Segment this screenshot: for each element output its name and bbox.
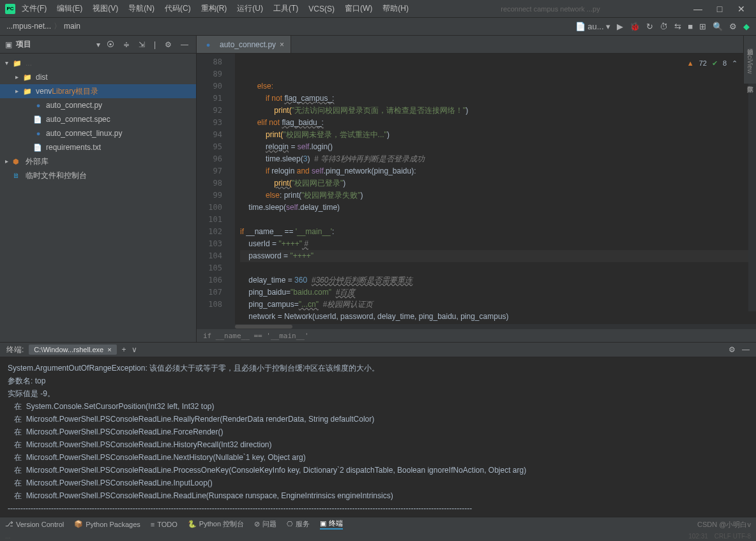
menu-code[interactable]: 代码(C) (161, 2, 195, 15)
menu-view[interactable]: 视图(V) (89, 2, 122, 15)
breadcrumb[interactable]: ...mpus-net...〉main (6, 21, 80, 32)
tree-scratch[interactable]: 🗎临时文件和控制台 (0, 168, 196, 182)
status-encoding[interactable]: CRLF UTF-8 (714, 533, 751, 540)
menu-vcs[interactable]: VCS(S) (305, 3, 338, 15)
menu-file[interactable]: 文件(F) (18, 2, 50, 15)
line-gutter: 8889909192939495969798991001011021031041… (197, 54, 227, 324)
terminal-add[interactable]: + (122, 345, 126, 354)
sb-problems[interactable]: ⊘ 问题 (254, 519, 276, 529)
sb-services[interactable]: ⎔ 服务 (287, 519, 310, 529)
sb-pyconsole[interactable]: 🐍 Python 控制台 (188, 519, 244, 529)
search-icon[interactable]: 🔍 (713, 22, 723, 31)
python-icon: ● (203, 41, 213, 48)
divider: | (151, 40, 158, 49)
locate-icon[interactable]: ⦿ (104, 40, 117, 49)
side-database[interactable]: 数据库 (746, 78, 755, 84)
project-pane: ▣ 项目 ▾ ⦿ ≑ ⇲ | ⚙ — ▾📁... ▸📁dist ▸📁venv L… (0, 36, 197, 342)
expand-icon[interactable]: ≑ (121, 40, 132, 49)
editor-breadcrumb[interactable]: if __name__ == '__main__' (197, 329, 756, 342)
terminal-label: 终端: (6, 345, 24, 355)
project-tree[interactable]: ▾📁... ▸📁dist ▸📁venv Library根目录 ●auto_con… (0, 54, 196, 185)
watermark: CSDN @小明白v (697, 520, 751, 530)
project-header: ▣ 项目 ▾ ⦿ ≑ ⇲ | ⚙ — (0, 36, 196, 54)
tree-file-py2[interactable]: ●auto_connect_linux.py (0, 126, 196, 140)
concurrency-button[interactable]: ⇆ (674, 22, 681, 31)
pycharm-logo: PC (5, 4, 15, 14)
close-button[interactable]: ✕ (732, 4, 751, 14)
terminal-body[interactable]: System.ArgumentOutOfRangeException: 该值必须… (0, 357, 756, 515)
status-bar: ... 102:31CRLF UTF-8 (0, 531, 756, 541)
tree-external[interactable]: ▸⬢外部库 (0, 154, 196, 168)
debug-button[interactable]: 🐞 (630, 22, 640, 31)
profile-button[interactable]: ⏱ (660, 22, 668, 31)
minimize-button[interactable]: — (688, 4, 707, 14)
project-dropdown-icon[interactable]: ▾ (96, 40, 100, 49)
tree-venv[interactable]: ▸📁venv Library根目录 (0, 84, 196, 98)
side-sciview[interactable]: SciView (746, 48, 753, 76)
editor-pane: ● auto_connect.py × 88899091929394959697… (197, 36, 756, 342)
crumb-1: ...mpus-net... (6, 22, 51, 31)
terminal-hide-icon[interactable]: — (742, 345, 750, 354)
menu-window[interactable]: 窗口(W) (341, 2, 376, 15)
main-split: ▣ 项目 ▾ ⦿ ≑ ⇲ | ⚙ — ▾📁... ▸📁dist ▸📁venv L… (0, 36, 756, 342)
right-side-toolbar: 通知 SciView 数据库 (743, 36, 756, 84)
terminal-dropdown[interactable]: ∨ (132, 345, 137, 354)
status-hint: ... (5, 533, 10, 540)
terminal-header: 终端: C:\Window...rshell.exe× + ∨ ⚙ — (0, 342, 756, 357)
sb-packages[interactable]: 📦 Python Packages (74, 520, 140, 528)
sb-todo[interactable]: ≡ TODO (151, 521, 178, 528)
menu-nav[interactable]: 导航(N) (125, 2, 158, 15)
editor-tabs: ● auto_connect.py × (197, 36, 756, 54)
error-stripe[interactable] (748, 71, 756, 311)
tree-dist[interactable]: ▸📁dist (0, 70, 196, 84)
project-label[interactable]: 项目 (16, 39, 93, 50)
term-tab-close[interactable]: × (107, 346, 111, 353)
close-tab-icon[interactable]: × (280, 40, 284, 49)
sb-vcs[interactable]: ⎇ Version Control (5, 520, 64, 528)
nav-bar: ...mpus-net...〉main 📄 au... ▾ ▶ 🐞 ↻ ⏱ ⇆ … (0, 18, 756, 36)
coverage-button[interactable]: ↻ (646, 22, 653, 31)
tree-file-spec[interactable]: 📄auto_connect.spec (0, 112, 196, 126)
code-body[interactable]: ▲72 ✔8 ⌃ ⋮ else: if not flag_campus_: pr… (235, 54, 756, 324)
tree-root[interactable]: ▾📁... (0, 56, 196, 70)
update-button[interactable]: ⊞ (699, 22, 706, 31)
terminal-gear-icon[interactable]: ⚙ (729, 345, 736, 354)
maximize-button[interactable]: □ (710, 4, 729, 14)
window-title: reconnect campus network ...py (415, 5, 686, 13)
titlebar: PC 文件(F) 编辑(E) 视图(V) 导航(N) 代码(C) 重构(R) 运… (0, 0, 756, 18)
editor-tab-auto-connect[interactable]: ● auto_connect.py × (197, 36, 291, 53)
gear-icon[interactable]: ⚙ (162, 40, 174, 49)
tool-buttons-bar: ⎇ Version Control 📦 Python Packages ≡ TO… (0, 517, 756, 531)
folder-icon: ▣ (5, 40, 12, 49)
fold-gutter[interactable] (227, 54, 235, 324)
warn-count: 72 (699, 57, 707, 70)
menu-edit[interactable]: 编辑(E) (53, 2, 86, 15)
run-config-select[interactable]: 📄 au... ▾ (575, 22, 611, 31)
terminal-tab[interactable]: C:\Window...rshell.exe× (29, 345, 116, 355)
run-button[interactable]: ▶ (617, 22, 623, 31)
tree-file-py1[interactable]: ●auto_connect.py (0, 98, 196, 112)
menu-help[interactable]: 帮助(H) (379, 2, 412, 15)
menu-refactor[interactable]: 重构(R) (197, 2, 231, 15)
status-position[interactable]: 102:31 (688, 533, 708, 540)
inspection-widget[interactable]: ▲72 ✔8 ⌃ ⋮ (684, 56, 752, 71)
menu-tools[interactable]: 工具(T) (269, 2, 302, 15)
side-notifications[interactable]: 通知 (746, 41, 755, 46)
stop-button[interactable]: ■ (688, 22, 693, 31)
hide-icon[interactable]: — (178, 40, 191, 49)
code-with-me-icon[interactable]: ◆ (743, 22, 750, 31)
settings-icon[interactable]: ⚙ (729, 22, 737, 31)
crumb-2: main (64, 22, 80, 31)
collapse-icon[interactable]: ⇲ (136, 40, 147, 49)
tree-file-req[interactable]: 📄requirements.txt (0, 140, 196, 154)
code-area[interactable]: 8889909192939495969798991001011021031041… (197, 54, 756, 324)
tab-label: auto_connect.py (220, 40, 276, 49)
ok-count: 8 (723, 57, 727, 70)
editor-hscroll[interactable] (197, 324, 756, 329)
menu-run[interactable]: 运行(U) (233, 2, 267, 15)
sb-terminal[interactable]: ▣ 终端 (320, 519, 343, 530)
